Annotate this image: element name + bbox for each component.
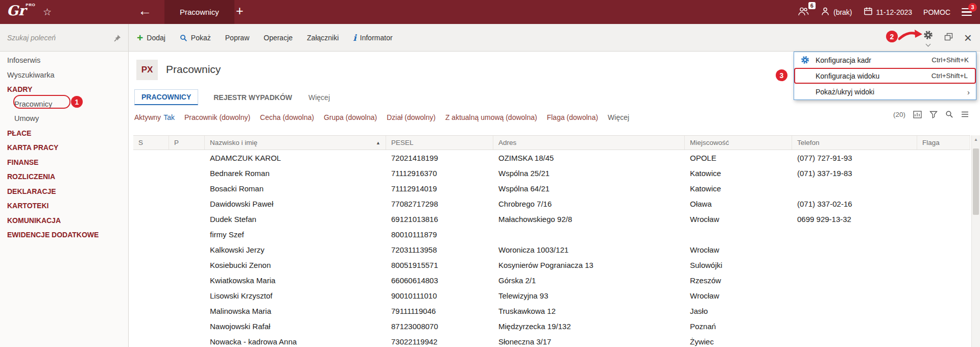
toolbar-button-zalaczniki[interactable]: Załączniki: [302, 30, 344, 46]
cell-empty: [169, 334, 205, 347]
date-button[interactable]: 11-12-2023: [864, 7, 913, 17]
toolbar-button-informator[interactable]: iInformator: [348, 30, 397, 46]
sidebar-item-label: Wyszukiwarka: [7, 71, 55, 79]
cell-name: Malinowska Maria: [205, 303, 386, 318]
filter-flaga-dowolna[interactable]: Flaga (dowolna): [547, 113, 598, 121]
sidebar-item-deklaracje[interactable]: DEKLARACJE: [0, 184, 128, 199]
column-header-pesel[interactable]: PESEL: [386, 136, 493, 150]
sidebar-item-wyszukiwarka[interactable]: Wyszukiwarka: [0, 68, 128, 83]
column-header-s[interactable]: S: [133, 136, 169, 150]
sidebar-item-infoserwis[interactable]: Infoserwis: [0, 53, 128, 68]
filter-aktywny[interactable]: AktywnyTak: [134, 113, 175, 121]
sidebar-item-place[interactable]: PŁACE: [0, 126, 128, 141]
filter-dzial-dowolny[interactable]: Dział (dowolny): [387, 113, 436, 121]
filters-more-button[interactable]: Więcej: [608, 113, 629, 121]
cell-pesel: 72021418199: [386, 150, 493, 165]
table-row[interactable]: Kalkowski Jerzy72031113958Woronicza 1003…: [133, 242, 970, 257]
sessions-button[interactable]: 6: [797, 7, 809, 18]
cell-pesel: 69121013816: [386, 211, 493, 227]
windows-cascade-button[interactable]: [944, 33, 953, 43]
menu-item-pokaz-ukryj-widoki[interactable]: Pokaż/ukryj widoki›: [794, 84, 976, 100]
table-row[interactable]: Bosacki Roman71112914019Wspólna 64/21Kat…: [133, 181, 970, 196]
cell-telefon: (071) 337-02-16: [792, 196, 917, 211]
sidebar-item-karta-pracy[interactable]: KARTA PRACY: [0, 140, 128, 155]
vertical-scrollbar[interactable]: ▲: [971, 135, 980, 347]
sidebar-item-finanse[interactable]: FINANSE: [0, 155, 128, 170]
cell-empty: [133, 227, 169, 242]
command-search[interactable]: [0, 24, 129, 52]
filter-bar: AktywnyTakPracownik (dowolny)Cecha (dowo…: [134, 113, 629, 121]
table-row[interactable]: Dawidowski Paweł77082717298Chrobrego 7/1…: [133, 196, 970, 211]
cell-adres: [493, 227, 685, 242]
main-menu-button[interactable]: 3: [962, 8, 972, 16]
filter-funnel-icon[interactable]: [929, 111, 938, 118]
toolbar-button-operacje[interactable]: Operacje: [258, 30, 298, 46]
chevron-down-icon: [925, 41, 930, 46]
table-row[interactable]: firmy Szef80010111879: [133, 227, 970, 242]
cell-empty: [133, 196, 169, 211]
cell-empty: [917, 334, 970, 347]
list-view-icon[interactable]: [961, 111, 969, 117]
table-row[interactable]: Nawojowski Rafał87123008070Międzyrzecka …: [133, 318, 970, 334]
chart-icon[interactable]: [913, 111, 922, 118]
favorites-star-icon[interactable]: ☆: [43, 6, 52, 18]
table-row[interactable]: Bednarek Roman71112916370Wspólna 25/21Ka…: [133, 165, 970, 181]
table-row[interactable]: Lisowski Krzysztof90010111010Telewizyjna…: [133, 288, 970, 303]
cell-empty: [133, 211, 169, 227]
pin-icon[interactable]: [113, 34, 121, 42]
app-logo[interactable]: GrPRO: [7, 3, 35, 18]
command-search-input[interactable]: [7, 34, 113, 42]
table-row[interactable]: Nowacka - kadrowa Anna73022119942Słonecz…: [133, 334, 970, 347]
table-row[interactable]: Kosiebucki Zenon80051915571Kosynierów Po…: [133, 257, 970, 272]
tab-rejestr-wypadkow[interactable]: REJESTR WYPADKÓW: [212, 90, 293, 105]
tab-pracownicy[interactable]: Pracownicy: [164, 0, 234, 24]
cell-name: Bosacki Roman: [205, 181, 386, 196]
cell-adres: Telewizyjna 93: [493, 288, 685, 303]
column-header-nazwisko-i-imie[interactable]: Nazwisko i imię▲: [205, 136, 386, 150]
column-header-adres[interactable]: Adres: [493, 136, 685, 150]
new-tab-button[interactable]: +: [236, 4, 244, 18]
sidebar-item-ewidencje-dodatkowe[interactable]: EWIDENCJE DODATKOWE: [0, 228, 128, 242]
sidebar-item-kartoteki[interactable]: KARTOTEKI: [0, 199, 128, 213]
column-header-p[interactable]: P: [169, 136, 205, 150]
scroll-up-arrow-icon[interactable]: ▲: [972, 135, 980, 143]
filter-pracownik-dowolny[interactable]: Pracownik (dowolny): [184, 113, 250, 121]
table-row[interactable]: Kwiatkowska Maria66060614803Górska 2/1Rz…: [133, 272, 970, 288]
current-user-button[interactable]: (brak): [821, 7, 852, 17]
toolbar-button-popraw[interactable]: Popraw: [220, 30, 254, 46]
sidebar-item-komunikacja[interactable]: KOMUNIKACJA: [0, 213, 128, 228]
filter-grupa-dowolna[interactable]: Grupa (dowolna): [324, 113, 377, 121]
toolbar-button-dodaj[interactable]: +Dodaj: [132, 30, 171, 46]
back-arrow-button[interactable]: ←: [138, 3, 152, 19]
cell-empty: [917, 227, 970, 242]
tab-wiecej[interactable]: Więcej: [307, 90, 331, 105]
filter-z-aktualna-umowa-dowolna[interactable]: Z aktualną umową (dowolna): [445, 113, 537, 121]
filter-label: Aktywny: [134, 113, 161, 121]
search-icon[interactable]: [945, 110, 953, 118]
cell-empty: [169, 181, 205, 196]
close-button[interactable]: ×: [964, 33, 972, 43]
column-header-flaga[interactable]: Flaga: [917, 136, 970, 150]
column-header-telefon[interactable]: Telefon: [792, 136, 917, 150]
table-row[interactable]: ADAMCZUK KAROL72021418199OZIMSKA 18/45OP…: [133, 150, 970, 165]
filter-cecha-dowolna[interactable]: Cecha (dowolna): [260, 113, 314, 121]
menu-item-konfiguracja-kadr[interactable]: Konfiguracja kadrCtrl+Shift+K: [794, 52, 976, 68]
tab-pracownicy[interactable]: PRACOWNICY: [134, 89, 198, 105]
toolbar-button-pokaz[interactable]: Pokaż: [175, 30, 216, 46]
cell-adres: Słoneczna 3/17: [493, 334, 685, 347]
cell-pesel: 71112916370: [386, 165, 493, 181]
cell-empty: [169, 227, 205, 242]
cell-empty: [917, 272, 970, 288]
menu-item-konfiguracja-widoku[interactable]: Konfiguracja widokuCtrl+Shift+L: [794, 68, 976, 84]
table-row[interactable]: Dudek Stefan69121013816Małachowskiego 92…: [133, 211, 970, 227]
sidebar-item-umowy[interactable]: Umowy: [0, 111, 128, 126]
cell-empty: [169, 288, 205, 303]
help-button[interactable]: POMOC: [923, 8, 950, 16]
table-row[interactable]: Malinowska Maria79111119046Truskawkowa 1…: [133, 303, 970, 318]
column-header-miejscowosc[interactable]: Miejscowość: [685, 136, 792, 150]
scrollbar-thumb[interactable]: [973, 148, 979, 215]
cell-adres: Międzyrzecka 19/132: [493, 318, 685, 334]
cell-miejscowosc: Oława: [685, 196, 792, 211]
sidebar-item-rozliczenia[interactable]: ROZLICZENIA: [0, 169, 128, 184]
toolbar-button-label: Dodaj: [147, 34, 165, 42]
